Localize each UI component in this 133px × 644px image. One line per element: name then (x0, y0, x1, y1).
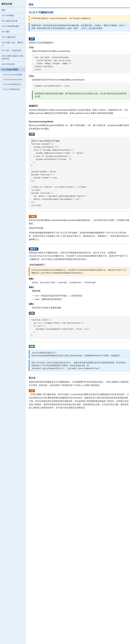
methods-intro: 有两种方法来启用编辑能力： (29, 41, 130, 44)
page-title: Rit (29, 2, 130, 8)
shortcuts-intro: 所有的常用功能 (29, 226, 130, 230)
exec-command-name: execCommand() (29, 263, 130, 266)
sidebar-divider-2 (0, 18, 26, 18)
spellcheck-intro: 当你设定浏览器把某个块级contenteditable元素变成了自动化可检查，检… (29, 108, 130, 115)
sidebar-item-geometry[interactable]: 15.8 文档和元素的几何形状和滚动 (0, 54, 26, 61)
sidebar-item-toc[interactable]: 15.7 例子：生成目录表 (0, 49, 26, 53)
exec-command-note: execCommand()是Document对象的方法，不必设置了content… (29, 267, 130, 276)
sidebar-divider-12 (0, 77, 26, 77)
divider-7 (29, 374, 130, 374)
method1-desc: 设置任何你想的HTML属性contenteditable (32, 50, 130, 53)
richtext-intro: 如果Web应用程序需要某全文文字编辑器能力，你可能需要书中在代码的的文档上、文档… (29, 380, 130, 387)
sidebar-item-structure[interactable]: 15.3 文档结构和遍历 (0, 24, 26, 28)
param2-list: true：浏览器自动提示给用户的输入，入所需的信息 false：编辑组提供的值的… (35, 294, 130, 301)
divider-1 (29, 34, 130, 34)
shortcuts-detail: 支持标准的键盘快捷键使用 CTRL+B 让文字变为粗体，支持标准的键盘快捷键使用… (29, 231, 130, 241)
richtext-title: 富文本 (29, 376, 130, 380)
richtext-process-intro: 一旦用户编辑了某元素的内容，就可以设置了contenteditable属性在生成… (29, 393, 130, 410)
query-intro-box: queryCommandSupport() execCommand()的所有参数… (29, 350, 130, 358)
param1-label: 参数1 (29, 277, 130, 280)
method1-title: 方法1 (29, 46, 130, 49)
divider-3 (29, 118, 130, 118)
not-stored-intro: 所有当中的内容对象的contenteditable或designMode属性值始… (29, 219, 130, 226)
methods-label: 启用 (29, 38, 35, 40)
sidebar-item-content[interactable]: 15.5 元素的内容 (0, 35, 26, 39)
sidebar-item-overview[interactable]: 概述 (0, 8, 26, 12)
designmode-code: 使用<iframe>内部的文字可编辑 function onLoad() { w… (29, 138, 130, 209)
query-intro-text: queryCommandSupport() (31, 351, 128, 354)
intro-note: HTML表单元素包含了<input>和<textarea>，用户可以输入并编辑文… (29, 16, 130, 21)
sidebar-item-attr[interactable]: 15.4 属性 (0, 30, 26, 34)
sidebar-sub-editable[interactable]: 15.10.4 可编辑的内容 (0, 88, 26, 91)
exec-command-note-text: execCommand()是Document对象的方法，不必设置了content… (31, 268, 128, 274)
example-code: function link() { var url = prompt("Ente… (29, 317, 130, 339)
value-code-inline: document.queryCommandValue() (67, 367, 101, 370)
method2-note: 这将使整体元素的内容变成可编辑，用户能在这里单击以定位光标插入光标，并让用户能在… (32, 91, 130, 99)
query-label: 检测 (29, 345, 35, 348)
spellcheck-title: 检测拼写 (29, 104, 130, 108)
param1-desc: 命令名，如 prompt "bold"、"subscript"、"justify… (32, 281, 130, 284)
method2-code: element.contentEditable = true; (32, 83, 130, 89)
section-10-10-4-title: 15.10.4 可编辑的内容 (29, 11, 130, 14)
sidebar-item-create[interactable]: 15.6 创建、插入、删除节点 (0, 41, 26, 47)
enabled-code-inline: document.queryCommandEnabled() (36, 361, 72, 364)
sidebar-item-dom[interactable]: 15.1 DOM概览 (0, 14, 26, 18)
query-enabled-text: 返回 document.queryCommandEnabled()，如果没有设置… (31, 361, 128, 367)
sidebar-divider-7 (0, 48, 26, 48)
param3-label: 参数3 (29, 303, 130, 306)
not-stored-label: 不储存 (29, 215, 36, 218)
state-code-inline: document.queryCommandState() (31, 367, 65, 370)
richtext-process-label: 处理 (29, 389, 35, 392)
state-code-line: document.queryCommandState() document.qu… (31, 367, 128, 370)
designmode-title: Document.designMode (29, 120, 130, 123)
sidebar-divider-8 (0, 53, 26, 54)
param3-desc: 有些在执行行的命令需要多参数 (32, 306, 130, 310)
sidebar-item-other[interactable]: 15.10 其他文档特性 (0, 68, 26, 72)
method1-code: <div id="edit" contenteditable style="bo… (32, 54, 130, 73)
method2-note-text: 这将使整体元素的内容变成可编辑，用户能在这里单击以定位光标插入光标，并让用户能在… (34, 92, 128, 98)
query-support-code: queryCommandSupport() (31, 351, 57, 354)
sidebar-divider-6 (0, 40, 26, 40)
sidebar-sub-doc-write[interactable]: 15.10.2 document.write() (0, 78, 26, 81)
param2-true: true：浏览器自动提示给用户的输入，入所需的信息 (35, 294, 130, 298)
sidebar-item-forms[interactable]: 15.9 HTML表单 (0, 62, 26, 66)
divider-4 (29, 211, 130, 212)
sidebar-divider-10 (0, 67, 26, 67)
sidebar-item-select[interactable]: 15.2 选取文档元素 (0, 19, 26, 23)
main-content: Rit 15.10.4 可编辑的内容 HTML表单元素包含了<input>和<t… (26, 0, 133, 644)
sidebar-title: 脚本化文档 (0, 1, 26, 7)
designmode-intro: 将Document对象的designMode属性设 "on"，整个文档可编辑；"… (29, 124, 130, 130)
exec-command-label: 编辑命令 (29, 248, 38, 250)
exec-command-desc: execCommand()的所有参数命令是且工具栏上的命令相关的，当复制的时候命… (31, 354, 128, 357)
intro-note-text: HTML表单元素包含了<input>和<textarea>，用户可以输入并编辑文… (31, 17, 128, 20)
query-enabled-box: 返回 document.queryCommandEnabled()，如果没有设置… (29, 360, 130, 371)
param2-label: 参数2 (29, 286, 130, 289)
sidebar-sub-query-sel[interactable]: 15.10.3 查询选取的文本 (0, 83, 26, 86)
param2-title: 文互方式 (32, 289, 130, 293)
method2-desc: 设置标签对应的HTMLElement对象的属性contentEditable (32, 78, 130, 82)
exec-command-intro: 浏览器还为整当文字编辑内容的，大部分分利用来操作选择当前节点。执行以下命令：设置… (29, 251, 130, 261)
param2-false: false：编辑组提供的值的提示 (35, 298, 130, 301)
editor-info: 随着的发展，有些浏览器也支持浏览器的HTML编辑功能。设定窗体内容，让你输入一整… (29, 22, 130, 31)
sidebar: 脚本化文档 概述 15.1 DOM概览 15.2 选取文档元素 15.3 文档结… (0, 0, 26, 644)
editor-info-text: 随着的发展，有些浏览器也支持浏览器的HTML编辑功能。设定窗体内容，让你输入一整… (31, 24, 128, 30)
sidebar-sub-doc-props[interactable]: 15.10.1 Document的属性 (0, 73, 26, 76)
designmode-example-label: 示例 (29, 133, 35, 136)
method2-title: 方法2 (29, 75, 130, 78)
sidebar-divider-3 (0, 24, 26, 24)
divider-5 (29, 244, 130, 244)
sidebar-divider-1 (0, 13, 26, 13)
param2-content: 文互方式 true：浏览器自动提示给用户的输入，入所需的信息 false：编辑组… (32, 289, 130, 301)
sidebar-divider-14 (0, 87, 26, 87)
example-label: 示例 (29, 312, 35, 315)
